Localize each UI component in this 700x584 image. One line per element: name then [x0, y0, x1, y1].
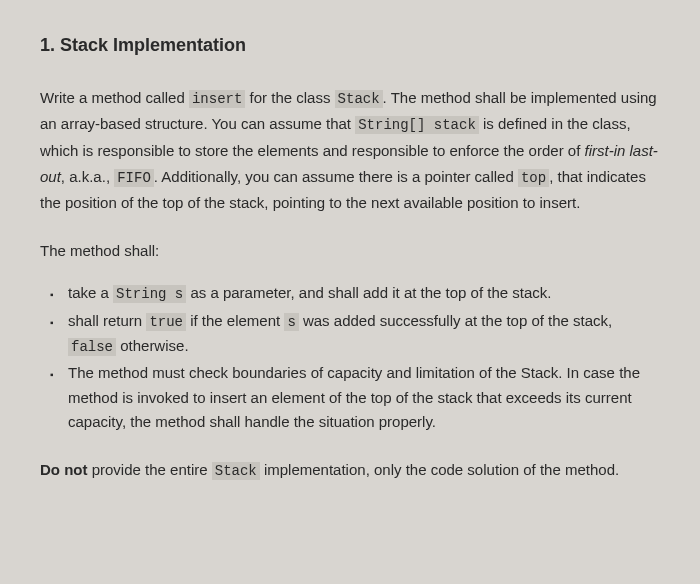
intro-paragraph: Write a method called insert for the cla… [40, 85, 660, 216]
footer-note: Do not provide the entire Stack implemen… [40, 457, 660, 484]
requirements-list: take a String s as a parameter, and shal… [40, 281, 660, 435]
text: implementation, only the code solution o… [260, 461, 619, 478]
text: take a [68, 284, 113, 301]
list-item: shall return true if the element s was a… [68, 309, 660, 359]
text: , a.k.a., [61, 168, 114, 185]
code-string-array: String[] stack [355, 116, 479, 134]
text: shall return [68, 312, 146, 329]
method-shall-heading: The method shall: [40, 238, 660, 264]
code-true: true [146, 313, 186, 331]
section-heading: 1. Stack Implementation [40, 30, 660, 61]
list-item: take a String s as a parameter, and shal… [68, 281, 660, 306]
text: for the class [245, 89, 334, 106]
text: . Additionally, you can assume there is … [154, 168, 518, 185]
text: was added successfully at the top of the… [299, 312, 613, 329]
text-bold: Do not [40, 461, 87, 478]
code-top: top [518, 169, 549, 187]
text: Write a method called [40, 89, 189, 106]
text: if the element [186, 312, 284, 329]
code-string-s: String s [113, 285, 186, 303]
text: as a parameter, and shall add it at the … [186, 284, 551, 301]
code-fifo: FIFO [114, 169, 154, 187]
text: otherwise. [116, 337, 189, 354]
code-stack: Stack [335, 90, 383, 108]
text: provide the entire [87, 461, 211, 478]
code-stack-footer: Stack [212, 462, 260, 480]
code-insert: insert [189, 90, 245, 108]
code-s: s [284, 313, 298, 331]
list-item: The method must check boundaries of capa… [68, 361, 660, 435]
code-false: false [68, 338, 116, 356]
